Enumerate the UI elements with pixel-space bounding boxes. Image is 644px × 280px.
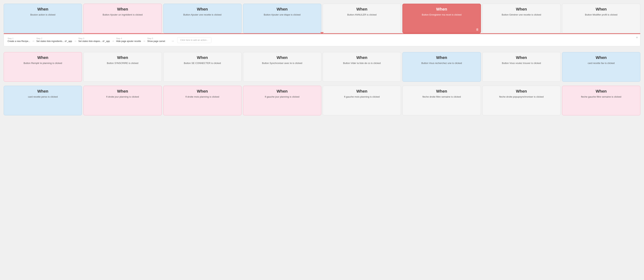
row1-cards: WhenBouton action is clickedWhenButton A… <box>2 2 642 33</box>
card-card-recette-perso[interactable]: Whencard recette perso is clicked <box>4 86 82 115</box>
card-title-fl-gauche-jour-planning: When <box>276 89 288 94</box>
card-body-ajouter-ingredient: Button Ajouter un ingrédient is clicked <box>102 13 143 17</box>
card-body-fleche-gauche-filtre-semaine: fleche gauche filtre semaine is clicked <box>581 95 621 98</box>
row2-cards: WhenButton Remplir le planning is clicke… <box>2 50 642 82</box>
step-label-step3: Step 3 <box>78 37 84 40</box>
card-title-ajouter-etape: When <box>276 7 288 12</box>
card-ajouter-etape[interactable]: WhenButton Ajouter une étape is clicked <box>243 4 321 33</box>
section-gap-2 <box>2 82 642 84</box>
workflow-step-step2[interactable]: Step 2Set states liste ingredients... of… <box>36 37 72 43</box>
step-text-step1: Create a new Recipe... <box>8 40 30 43</box>
card-title-generer-recette: When <box>516 7 527 12</box>
card-body-vous-recherchez: Button Vous recherchez une is clicked <box>422 62 462 65</box>
workflow-arrow-0: → <box>32 37 35 43</box>
workflow-arrow-last: → <box>171 37 174 43</box>
card-title-card-recette-perso: When <box>37 89 48 94</box>
card-fleche-droite-popupsynchroniser[interactable]: Whenfleche droite popupsynchroniser is c… <box>482 86 560 115</box>
card-fl-droite-mois-planning[interactable]: Whenfl droite mois planning is clicked <box>163 86 242 115</box>
card-body-bouton-action: Bouton action is clicked <box>30 13 55 17</box>
card-enregistrer-recet[interactable]: WhenButton Enregistrer ma recet is click… <box>402 4 481 33</box>
row3-cards: Whencard recette perso is clickedWhenfl … <box>2 84 642 115</box>
delete-icon[interactable]: 🗑 <box>476 28 479 31</box>
workflow-arrow-1: → <box>74 37 77 43</box>
card-body-sinscrire: Button S'INSCRIRE is clicked <box>107 62 138 65</box>
card-body-card-recette-perso: card recette perso is clicked <box>28 95 58 98</box>
card-title-fl-droite-mois-planning: When <box>197 89 208 94</box>
card-ajouter-recette[interactable]: WhenButton Ajouter une recette is clicke… <box>163 4 242 33</box>
card-body-fl-gauche-mois-planning: fl gauche mois planning is clicked <box>344 95 380 98</box>
card-title-fleche-droite-filtre-semaine: When <box>436 89 447 94</box>
card-body-synchroniser: Button Synchroniser avec le is clicked <box>262 62 302 65</box>
step-label-step1: Step 1 <box>8 37 14 40</box>
card-body-modifier-profil: Button Modifier profil is clicked <box>585 13 618 17</box>
card-fl-droite-jour-planning[interactable]: Whenfl droite jour planning is clicked <box>84 86 162 115</box>
card-fl-gauche-mois-planning[interactable]: Whenfl gauche mois planning is clicked <box>323 86 401 115</box>
card-body-vider-liste: Button Vider la liste de co is clicked <box>343 62 381 65</box>
card-sinscrire[interactable]: WhenButton S'INSCRIRE is clicked <box>84 52 162 82</box>
workflow-add-action-button[interactable]: Click here to add an action... <box>177 37 212 43</box>
card-title-ajouter-ingredient: When <box>117 7 128 12</box>
workflow-step-step3[interactable]: Step 3Set states liste etapes... of _app <box>78 37 110 43</box>
workflow-close-button[interactable]: × <box>636 36 638 40</box>
step-text-step5: Show page carnet <box>147 40 165 43</box>
card-fleche-gauche-filtre-semaine[interactable]: Whenfleche gauche filtre semaine is clic… <box>562 86 640 115</box>
card-title-enregistrer-recet: When <box>436 7 447 12</box>
card-fleche-droite-filtre-semaine[interactable]: Whenfleche droite filtre semaine is clic… <box>402 86 481 115</box>
card-body-fleche-droite-popupsynchroniser: fleche droite popupsynchroniser is click… <box>499 95 544 98</box>
card-title-modifier-profil: When <box>596 7 607 12</box>
card-vous-recherchez[interactable]: WhenButton Vous recherchez une is clicke… <box>402 52 481 82</box>
card-fl-gauche-jour-planning[interactable]: Whenfl gauche jour planning is clicked <box>243 86 321 115</box>
card-title-fl-droite-jour-planning: When <box>117 89 128 94</box>
card-synchroniser[interactable]: WhenButton Synchroniser avec le is click… <box>243 52 321 82</box>
step-label-step4: Step 4 <box>116 37 122 40</box>
card-modifier-profil[interactable]: WhenButton Modifier profil is clicked <box>562 4 640 33</box>
card-body-remplir-planning: Button Remplir le planning is clicked <box>24 62 62 65</box>
workflow-steps: Step 1Create a new Recipe...→Step 2Set s… <box>8 37 636 43</box>
workflow-step-step1[interactable]: Step 1Create a new Recipe... <box>8 37 30 43</box>
card-body-fl-droite-jour-planning: fl droite jour planning is clicked <box>106 95 139 98</box>
workflow-step-step5[interactable]: Step 5Show page carnet <box>147 37 170 43</box>
card-ajouter-ingredient[interactable]: WhenButton Ajouter un ingrédient is clic… <box>84 4 162 33</box>
card-title-vous-voulez: When <box>516 55 527 60</box>
card-body-vous-voulez: Button Vous voulez trouver is clicked <box>502 62 541 65</box>
card-title-fl-gauche-mois-planning: When <box>356 89 368 94</box>
card-body-fl-droite-mois-planning: fl droite mois planning is clicked <box>186 95 219 98</box>
card-bouton-action[interactable]: WhenBouton action is clicked <box>4 4 82 33</box>
card-title-remplir-planning: When <box>37 55 48 60</box>
card-generer-recette[interactable]: WhenButton Générer une recette is clicke… <box>482 4 560 33</box>
card-body-generer-recette: Button Générer une recette is clicked <box>502 13 541 17</box>
card-se-connecter[interactable]: WhenButton SE CONNECTER is clicked <box>163 52 242 82</box>
section-gap-1 <box>2 48 642 50</box>
card-title-synchroniser: When <box>276 55 288 60</box>
workflow-arrow-2: → <box>111 37 114 43</box>
card-body-ajouter-etape: Button Ajouter une étape is clicked <box>264 13 300 17</box>
main-container: WhenBouton action is clickedWhenButton A… <box>0 0 644 117</box>
workflow-arrow-3: → <box>142 37 146 43</box>
workflow-step-step4[interactable]: Step 4Hide page ajouter recette <box>116 37 141 43</box>
step-text-step4: Hide page ajouter recette <box>116 40 141 43</box>
card-title-card-recette-fav: When <box>596 55 607 60</box>
card-body-ajouter-recette: Button Ajouter une recette is clicked <box>183 13 222 17</box>
card-vous-voulez[interactable]: WhenButton Vous voulez trouver is clicke… <box>482 52 560 82</box>
card-body-enregistrer-recet: Button Enregistrer ma recet is clicked <box>422 13 462 17</box>
card-title-annuler: When <box>356 7 368 12</box>
card-body-card-recette-fav: card recette fav is clicked <box>588 62 615 65</box>
step-label-step5: Step 5 <box>147 37 153 40</box>
workflow-container: × Step 1Create a new Recipe...→Step 2Set… <box>4 34 640 46</box>
card-title-vider-liste: When <box>356 55 368 60</box>
card-remplir-planning[interactable]: WhenButton Remplir le planning is clicke… <box>4 52 82 82</box>
card-title-fleche-droite-popupsynchroniser: When <box>516 89 527 94</box>
step-text-step2: Set states liste ingredients... of _app <box>36 40 72 43</box>
card-title-se-connecter: When <box>197 55 208 60</box>
step-label-step2: Step 2 <box>36 37 42 40</box>
card-annuler[interactable]: WhenButton ANNULER is clicked <box>323 4 401 33</box>
card-body-fl-gauche-jour-planning: fl gauche jour planning is clicked <box>265 95 299 98</box>
red-divider-arrow <box>320 32 324 34</box>
card-title-vous-recherchez: When <box>436 55 447 60</box>
card-title-fleche-gauche-filtre-semaine: When <box>596 89 607 94</box>
card-body-annuler: Button ANNULER is clicked <box>347 13 376 17</box>
card-vider-liste[interactable]: WhenButton Vider la liste de co is click… <box>323 52 401 82</box>
card-card-recette-fav[interactable]: Whencard recette fav is clicked <box>562 52 640 82</box>
card-body-se-connecter: Button SE CONNECTER is clicked <box>184 62 221 65</box>
card-body-fleche-droite-filtre-semaine: fleche droite filtre semaine is clicked <box>422 95 461 98</box>
